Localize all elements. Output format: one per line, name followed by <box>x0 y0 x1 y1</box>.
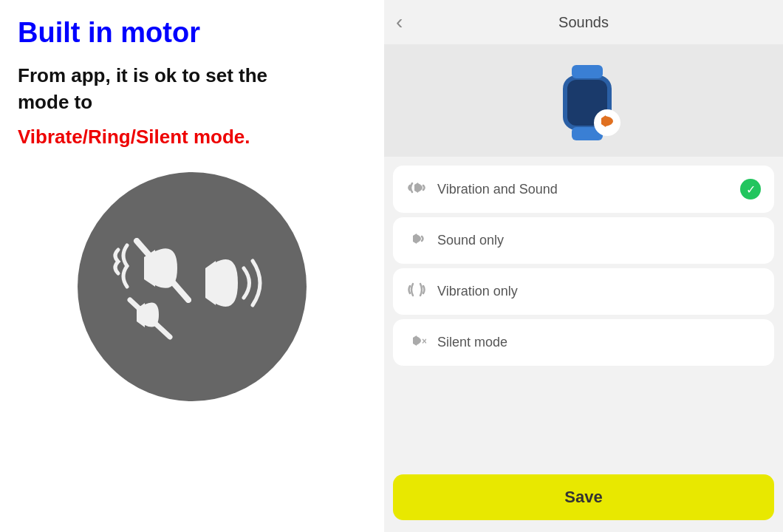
right-panel: ‹ Sounds <box>384 0 783 532</box>
save-button[interactable]: Save <box>393 474 774 520</box>
vibrate-ring-silent-svg <box>96 191 288 383</box>
option-silent-mode[interactable]: × Silent mode <box>393 319 774 366</box>
vibration-only-icon <box>406 282 427 301</box>
svg-marker-13 <box>413 335 417 346</box>
highlight-text: Vibrate/Ring/Silent mode. <box>18 123 250 150</box>
left-panel: Built in motor From app, it is ok to set… <box>0 0 384 532</box>
page-title: Built in motor <box>18 18 200 49</box>
svg-text:×: × <box>422 336 426 347</box>
svg-rect-7 <box>572 65 603 78</box>
sound-only-icon <box>406 231 427 250</box>
option-sound-only[interactable]: Sound only <box>393 217 774 264</box>
option-vibration-only[interactable]: Vibration only <box>393 268 774 315</box>
circle-illustration <box>78 172 307 401</box>
svg-marker-4 <box>205 261 216 305</box>
option-vibration-sound-label: Vibration and Sound <box>437 182 558 197</box>
vibration-sound-icon <box>406 180 427 200</box>
options-list: Vibration and Sound ✓ Sound only <box>384 157 783 467</box>
silent-mode-icon: × <box>406 332 427 352</box>
header-title: Sounds <box>558 14 609 31</box>
description-line2: mode to <box>18 91 92 113</box>
back-button[interactable]: ‹ <box>396 12 403 33</box>
svg-marker-12 <box>413 233 417 244</box>
svg-marker-11 <box>414 183 418 193</box>
option-vibration-sound[interactable]: Vibration and Sound ✓ <box>393 166 774 213</box>
description-text: From app, it is ok to set the mode to <box>18 62 267 116</box>
highlight-label: Vibrate/Ring/Silent mode. <box>18 126 250 148</box>
watch-image <box>547 62 620 136</box>
description-line1: From app, it is ok to set the <box>18 64 267 86</box>
watch-illustration-area <box>384 44 783 157</box>
option-sound-only-label: Sound only <box>437 233 504 248</box>
sounds-header: ‹ Sounds <box>384 0 783 44</box>
watch-svg <box>547 62 628 143</box>
option-silent-mode-label: Silent mode <box>437 335 507 350</box>
selected-checkmark: ✓ <box>740 179 761 200</box>
option-vibration-only-label: Vibration only <box>437 284 518 299</box>
